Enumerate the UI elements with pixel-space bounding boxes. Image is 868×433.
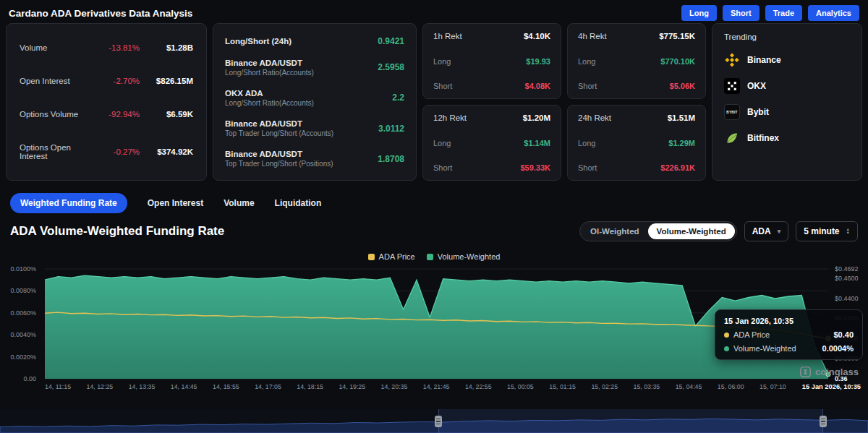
symbol-select[interactable]: ADA ▾ [744, 221, 789, 241]
stats-panel: Volume-13.81%$1.28BOpen Interest-2.70%$8… [6, 23, 207, 181]
chart-tabs: Weighted Funding RateOpen InterestVolume… [10, 192, 858, 214]
okx-icon [724, 78, 740, 94]
right-axis-tick: $0.4400 [835, 295, 859, 302]
ratio-label: OKX ADA [225, 89, 392, 98]
stepper-arrows-icon: ▲▼ [846, 228, 850, 234]
stat-change: -13.81% [95, 43, 140, 52]
tab-open-interest[interactable]: Open Interest [148, 198, 203, 208]
interval-select[interactable]: 5 minute ▲▼ [796, 221, 858, 241]
stat-row: Options Volume-92.94%$6.59K [20, 110, 193, 119]
rekt-short-value: $4.08K [525, 82, 550, 90]
tab-liquidation[interactable]: Liquidation [275, 198, 322, 208]
right-axis-tick: $0.4600 [835, 275, 859, 282]
rekt-grid: 1h Rekt$4.10KLong$19.93Short$4.08K4h Rek… [422, 23, 706, 181]
rekt-short-label: Short [578, 163, 597, 172]
x-axis-label: 15, 06:00 [718, 383, 744, 390]
tab-volume[interactable]: Volume [224, 198, 254, 208]
rekt-long-value: $19.93 [526, 57, 550, 66]
rekt-short-label: Short [433, 163, 452, 172]
stat-change: -0.27% [95, 147, 140, 156]
chart-tooltip: 15 Jan 2026, 10:35 ADA Price$0.40Volume-… [715, 309, 863, 360]
chart-header: ADA Volume-Weighted Funding Rate OI-Weig… [10, 220, 858, 243]
analytics-button[interactable]: Analytics [808, 5, 859, 21]
navigator-handle-left[interactable] [435, 416, 442, 427]
navigator-selected-window[interactable] [438, 409, 823, 433]
exchange-name: Bybit [747, 107, 769, 117]
rekt-short-row: Short$59.33K [433, 163, 550, 172]
page-title: Cardano ADA Derivatives Data Analysis [9, 8, 192, 19]
legend-swatch [427, 254, 433, 260]
rekt-long-label: Long [578, 139, 595, 147]
chart-title: ADA Volume-Weighted Funding Rate [10, 224, 224, 239]
ratio-sublabel: Top Trader Long/Short (Positions) [225, 160, 378, 168]
rekt-card-header: 1h Rekt$4.10K [433, 32, 550, 40]
ratio-sublabel: Long/Short Ratio(Accounts) [225, 99, 392, 107]
tooltip-row: Volume-Weighted0.0004% [724, 344, 854, 353]
short-button[interactable]: Short [723, 5, 760, 21]
rekt-total: $1.51M [668, 113, 695, 122]
x-axis-label: 14, 18:15 [297, 383, 323, 390]
long-button[interactable]: Long [681, 5, 717, 21]
page: Cardano ADA Derivatives Data Analysis Lo… [0, 0, 868, 433]
ratio-value: 2.5958 [378, 62, 404, 72]
chart-plot-area[interactable]: 0.0100%0.0080%0.0060%0.0040%0.0020%0.00 … [45, 269, 828, 379]
ratio-labels: Binance ADA/USDTLong/Short Ratio(Account… [225, 59, 378, 77]
stat-row: Volume-13.81%$1.28B [20, 43, 193, 52]
tooltip-label: Volume-Weighted [733, 344, 818, 353]
caret-down-icon: ▾ [778, 228, 781, 235]
rekt-long-row: Long$770.10K [578, 57, 695, 66]
rekt-total: $1.20M [523, 113, 550, 122]
stat-value: $6.59K [140, 110, 193, 119]
trade-button[interactable]: Trade [765, 5, 802, 21]
watermark-text: coinglass [815, 366, 859, 377]
ratio-label: Binance ADA/USDT [225, 59, 378, 67]
stat-label: Options Open Interest [20, 143, 95, 160]
trending-item-bitfinex[interactable]: Bitfinex [724, 125, 850, 151]
coinglass-logo-icon [800, 366, 811, 377]
volume-weighted-toggle[interactable]: Volume-Weighted [648, 223, 735, 239]
series-dot-icon [724, 333, 729, 338]
left-axis-tick: 0.0020% [10, 353, 36, 361]
legend-label: ADA Price [379, 252, 415, 261]
rekt-card-header: 4h Rekt$775.15K [578, 32, 695, 40]
range-navigator[interactable] [0, 409, 868, 433]
ratio-value: 1.8708 [378, 154, 404, 164]
rekt-title: 12h Rekt [433, 113, 467, 122]
bitfinex-icon [724, 130, 740, 146]
ratio-label: Long/Short (24h) [225, 37, 378, 46]
stat-value: $1.28B [140, 43, 193, 52]
trending-item-okx[interactable]: OKX [724, 73, 850, 99]
x-axis: 14, 11:1514, 12:2514, 13:3514, 14:4514, … [45, 383, 828, 393]
rekt-card-header: 12h Rekt$1.20M [433, 113, 550, 122]
left-axis-tick: 0.0100% [10, 265, 36, 273]
stat-label: Options Volume [20, 110, 95, 119]
ratio-labels: Long/Short (24h) [225, 37, 378, 46]
rekt-long-row: Long$19.93 [433, 57, 550, 66]
interval-select-value: 5 minute [804, 226, 839, 236]
oi-weighted-toggle[interactable]: OI-Weighted [582, 223, 648, 239]
rekt-card: 12h Rekt$1.20MLong$1.14MShort$59.33K [422, 105, 561, 181]
x-axis-label: 14, 15:55 [213, 383, 239, 390]
topbar: Cardano ADA Derivatives Data Analysis Lo… [0, 0, 868, 22]
chart-legend: ADA PriceVolume-Weighted [0, 252, 868, 262]
stat-label: Open Interest [20, 77, 95, 85]
rekt-short-row: Short$226.91K [578, 163, 695, 172]
tab-weighted-funding-rate[interactable]: Weighted Funding Rate [10, 193, 127, 213]
navigator-handle-right[interactable] [820, 416, 827, 427]
stat-change: -92.94% [95, 110, 140, 119]
topbar-actions: LongShortTradeAnalytics [681, 5, 859, 21]
ratio-row: Binance ADA/USDTTop Trader Long/Short (P… [225, 150, 404, 168]
rekt-short-value: $226.91K [660, 163, 695, 172]
exchange-name: Bitfinex [747, 133, 779, 143]
crosshair-date-label: 15 Jan 2026, 10:35 [800, 383, 863, 390]
bybit-icon: BYBIT [724, 104, 740, 120]
stat-row: Options Open Interest-0.27%$374.92K [20, 143, 193, 160]
tooltip-value: $0.40 [833, 330, 854, 339]
left-axis-tick: 0.00 [23, 375, 36, 382]
trending-item-bybit[interactable]: BYBITBybit [724, 99, 850, 125]
rekt-title: 1h Rekt [433, 32, 462, 40]
x-axis-label: 14, 20:35 [381, 383, 408, 390]
rekt-short-row: Short$4.08K [433, 82, 550, 90]
trending-item-binance[interactable]: Binance [724, 47, 850, 73]
rekt-total: $775.15K [659, 32, 695, 40]
